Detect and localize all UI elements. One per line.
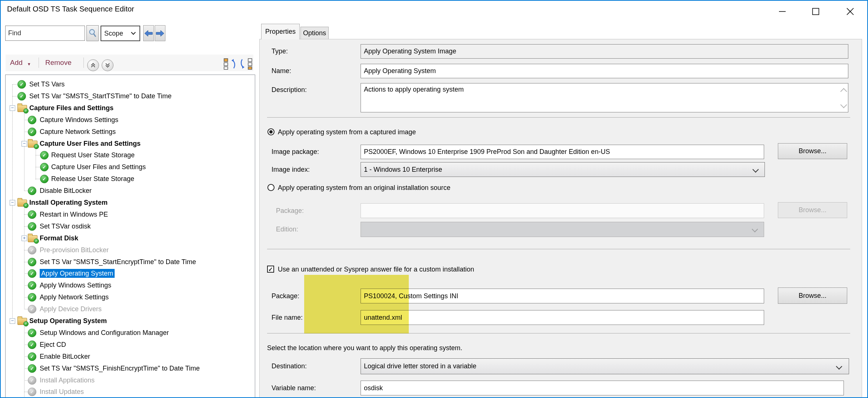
find-input[interactable] xyxy=(5,26,85,41)
tree-item-label[interactable]: Capture Files and Settings xyxy=(29,103,114,112)
tree-item[interactable]: ✓Setup Windows and Configuration Manager xyxy=(6,327,255,339)
tree-item-label[interactable]: Disable BitLocker xyxy=(40,186,92,195)
unattend-checkbox[interactable]: ✓ xyxy=(267,266,274,273)
tree-item[interactable]: ✓Release User State Storage xyxy=(6,173,255,185)
tree-item[interactable]: −Setup Operating System xyxy=(6,315,255,327)
image-package-field[interactable]: PS2000EF, Windows 10 Enterprise 1909 Pre… xyxy=(361,145,764,159)
description-scrollbar[interactable] xyxy=(837,83,848,112)
tree-item-label[interactable]: Set TS Var "SMSTS_StartTSTime" to Date T… xyxy=(29,92,172,101)
tree-item[interactable]: ✓Restart in Windows PE xyxy=(6,208,255,220)
tree-item-label[interactable]: Capture User Files and Settings xyxy=(51,162,146,171)
step-disabled-icon: ✓ xyxy=(28,246,36,254)
collapse-all-button[interactable] xyxy=(239,57,253,70)
collapse-expander-icon[interactable]: − xyxy=(10,200,15,205)
remove-button[interactable]: Remove xyxy=(45,57,72,68)
minimize-button[interactable] xyxy=(766,1,799,22)
tree-item[interactable]: ✓Set TSVar osdisk xyxy=(6,220,255,232)
tree-item[interactable]: ✓Pre-provision BitLocker xyxy=(6,244,255,256)
scroll-up-icon[interactable] xyxy=(840,88,847,95)
maximize-button[interactable] xyxy=(799,1,832,22)
tab-properties[interactable]: Properties xyxy=(261,24,300,39)
add-button[interactable]: Add xyxy=(10,57,23,68)
arrow-right-icon xyxy=(156,30,164,37)
image-index-dropdown[interactable]: 1 - Windows 10 Enterprise xyxy=(361,162,765,177)
tree-item[interactable]: ✓Install Updates xyxy=(6,386,255,398)
tree-item[interactable]: +Format Disk xyxy=(6,232,255,244)
tree-item[interactable]: ✓Eject CD xyxy=(6,339,255,351)
expand-expander-icon[interactable]: + xyxy=(22,236,27,241)
collapse-expander-icon[interactable]: − xyxy=(22,141,27,147)
tree-item[interactable]: ✓Set TS Var "SMSTS_StartTSTime" to Date … xyxy=(6,90,255,102)
description-field[interactable]: Actions to apply operating system xyxy=(361,83,848,112)
scroll-down-icon[interactable] xyxy=(840,101,847,108)
tree-item-label[interactable]: Request User State Storage xyxy=(51,151,135,159)
tree-item[interactable]: ✓Capture User Files and Settings xyxy=(6,161,255,173)
file-name-field[interactable]: unattend.xml xyxy=(361,310,764,325)
find-next-button[interactable] xyxy=(155,25,165,41)
tree-item[interactable]: ✓Set TS Var "SMSTS_FinishEncryptTime" to… xyxy=(6,362,255,374)
search-button[interactable] xyxy=(86,25,99,41)
tree-item-label[interactable]: Capture Windows Settings xyxy=(40,115,118,124)
add-dropdown-caret-icon[interactable]: ▾ xyxy=(28,59,30,70)
find-previous-button[interactable] xyxy=(143,25,154,41)
tab-options[interactable]: Options xyxy=(300,27,329,39)
tree-item[interactable]: ✓Apply Network Settings xyxy=(6,291,255,303)
expand-all-button[interactable] xyxy=(223,57,237,70)
tree-item[interactable]: −Capture User Files and Settings xyxy=(6,138,255,149)
unattend-package-browse-button[interactable]: Browse... xyxy=(778,287,847,304)
tree-item-label[interactable]: Format Disk xyxy=(40,234,78,243)
tree-item-label[interactable]: Apply Network Settings xyxy=(40,293,109,302)
move-step-up-button[interactable] xyxy=(87,59,99,71)
tree-item-label[interactable]: Eject CD xyxy=(40,340,66,349)
tree-item-label[interactable]: Apply Windows Settings xyxy=(40,281,111,290)
tree-item[interactable]: ✓Enable BitLocker xyxy=(6,351,255,362)
tree-item-label[interactable]: Restart in Windows PE xyxy=(40,210,108,219)
tree-item[interactable]: ✓Set TS Vars xyxy=(6,78,255,90)
task-sequence-tree[interactable]: ✓Set TS Vars✓Set TS Var "SMSTS_StartTSTi… xyxy=(5,75,255,398)
image-package-browse-button[interactable]: Browse... xyxy=(778,143,847,159)
collapse-expander-icon[interactable]: − xyxy=(10,105,15,111)
tree-item-label[interactable]: Setup Windows and Configuration Manager xyxy=(40,328,169,337)
tree-item[interactable]: ✓Capture Windows Settings xyxy=(6,114,255,126)
variable-name-field[interactable]: osdisk xyxy=(361,381,844,395)
tree-item-label[interactable]: Set TS Var "SMSTS_FinishEncryptTime" to … xyxy=(40,364,200,373)
tree-item[interactable]: ✓Request User State Storage xyxy=(6,149,255,161)
destination-dropdown[interactable]: Logical drive letter stored in a variabl… xyxy=(361,358,849,374)
move-step-down-button[interactable] xyxy=(102,59,114,71)
tree-item-label[interactable]: Set TS Vars xyxy=(29,80,65,89)
tree-item[interactable]: ✓Apply Operating System xyxy=(6,267,255,279)
tree-item[interactable]: ✓Apply Windows Settings xyxy=(6,279,255,291)
collapse-expander-icon[interactable]: − xyxy=(10,318,15,324)
tree-item-label[interactable]: Setup Operating System xyxy=(29,316,107,325)
tree-item-label[interactable]: Enable BitLocker xyxy=(40,352,90,361)
tree-item-label[interactable]: Install Updates xyxy=(40,387,84,396)
tree-item[interactable]: ✓Disable BitLocker xyxy=(6,185,255,197)
radio-original-source[interactable] xyxy=(267,184,274,191)
group-folder-icon xyxy=(17,318,27,325)
tree-item-label[interactable]: Pre-provision BitLocker xyxy=(40,246,109,254)
source-package-field xyxy=(361,203,764,218)
unattend-package-field[interactable]: PS100024, Custom Settings INI xyxy=(361,289,764,303)
toolbar-separator xyxy=(83,57,84,68)
tree-item-label[interactable]: Install Applications xyxy=(40,376,95,385)
tree-item-label[interactable]: Capture User Files and Settings xyxy=(40,139,141,148)
tree-item[interactable]: −Capture Files and Settings xyxy=(6,102,255,114)
scope-dropdown[interactable]: Scope xyxy=(101,26,140,41)
tree-item-label[interactable]: Capture Network Settings xyxy=(40,127,116,136)
tree-item-label[interactable]: Set TSVar osdisk xyxy=(40,222,91,231)
group-folder-icon xyxy=(17,105,27,112)
tree-item-label[interactable]: Set TS Var "SMSTS_StartEncryptTime" to D… xyxy=(40,257,196,266)
tree-item[interactable]: ✓Capture Network Settings xyxy=(6,126,255,138)
tree-item[interactable]: ✓Set TS Var "SMSTS_StartEncryptTime" to … xyxy=(6,256,255,268)
tree-item-label[interactable]: Apply Operating System xyxy=(40,269,115,278)
tree-item-label[interactable]: Apply Device Drivers xyxy=(40,305,102,313)
tree-item[interactable]: ✓Apply Device Drivers xyxy=(6,303,255,315)
close-button[interactable] xyxy=(832,1,868,22)
tree-item[interactable]: ✓Install Applications xyxy=(6,374,255,386)
name-field[interactable]: Apply Operating System xyxy=(361,64,848,78)
tree-item-label[interactable]: Release User State Storage xyxy=(51,174,134,183)
tree-item[interactable]: −Install Operating System xyxy=(6,197,255,208)
radio-captured-image[interactable] xyxy=(267,128,274,135)
tree-item-label[interactable]: Install Operating System xyxy=(29,198,108,207)
edition-dropdown xyxy=(361,222,764,237)
